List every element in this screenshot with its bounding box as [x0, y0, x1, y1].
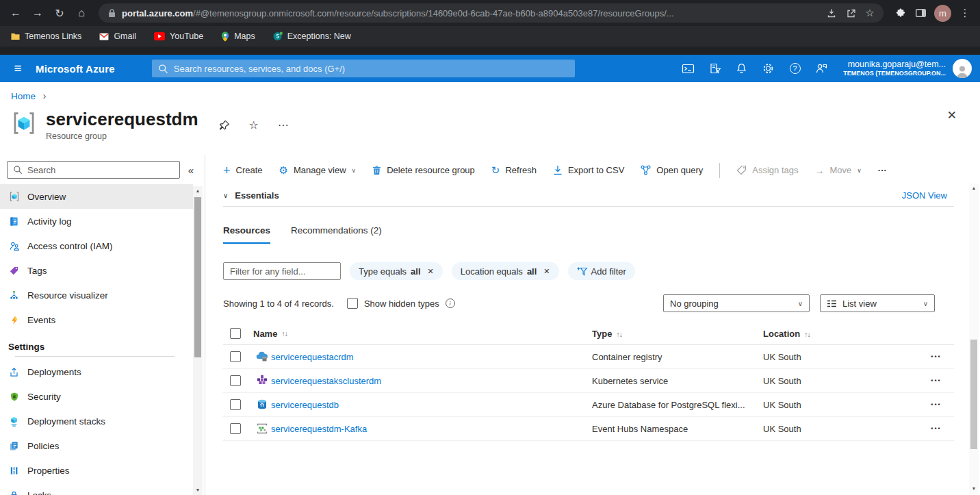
scroll-up-icon[interactable]: ▲ [969, 183, 979, 193]
azure-search-input[interactable] [174, 64, 569, 74]
settings-gear-icon[interactable] [755, 55, 782, 82]
extensions-icon[interactable] [890, 3, 910, 23]
sidebar-item-security[interactable]: Security [0, 384, 193, 409]
tab-recommendations[interactable]: Recommendations (2) [291, 225, 382, 244]
manage-view-button[interactable]: ⚙Manage view∨ [279, 165, 357, 175]
sidebar-search-box[interactable] [7, 161, 180, 179]
resource-link[interactable]: servicerequestdm-Kafka [271, 424, 592, 434]
side-panel-icon[interactable] [911, 3, 930, 23]
forward-icon[interactable]: → [27, 3, 48, 23]
sidebar-item-access-control[interactable]: Access control (IAM) [0, 233, 193, 258]
bookmark-gmail[interactable]: Gmail [99, 31, 136, 41]
bookmark-star-icon[interactable]: ☆ [860, 3, 879, 23]
add-filter-button[interactable]: Add filter [568, 262, 635, 280]
column-header-type[interactable]: Type↑↓ [592, 329, 763, 339]
resource-link[interactable]: servicerequestaksclusterdm [271, 376, 592, 386]
bookmark-maps[interactable]: Maps [221, 31, 255, 42]
notifications-bell-icon[interactable] [728, 55, 755, 82]
bookmark-temenos-links[interactable]: Temenos Links [11, 31, 81, 41]
share-icon[interactable] [841, 3, 860, 23]
move-button[interactable]: →Move∨ [814, 165, 861, 175]
sidebar-scrollbar[interactable]: ▲ ▼ [193, 186, 203, 495]
open-query-button[interactable]: Open query [641, 165, 703, 175]
account-menu[interactable]: mounika.goparaju@tem... TEMENOS (TEMENOS… [843, 60, 946, 78]
select-all-checkbox[interactable] [230, 328, 241, 339]
sidebar-item-properties[interactable]: Properties [0, 458, 193, 483]
sidebar-search-input[interactable] [27, 165, 174, 175]
tab-resources[interactable]: Resources [223, 225, 270, 244]
assign-tags-button[interactable]: Assign tags [736, 165, 798, 175]
resource-link[interactable]: servicerequestdb [271, 400, 592, 410]
breadcrumb-home-link[interactable]: Home [11, 91, 36, 101]
sidebar-item-locks[interactable]: Locks [0, 483, 193, 495]
title-more-icon[interactable]: ··· [278, 119, 289, 131]
bookmark-youtube[interactable]: YouTube [154, 31, 203, 41]
view-dropdown[interactable]: List view∨ [820, 294, 935, 312]
sidebar-item-activity-log[interactable]: Activity log [0, 209, 193, 233]
azure-brand[interactable]: Microsoft Azure [36, 63, 115, 75]
close-blade-icon[interactable]: ✕ [947, 108, 957, 123]
type-filter-pill[interactable]: Type equalsall✕ [350, 262, 443, 280]
delete-resource-group-button[interactable]: Delete resource group [372, 165, 475, 175]
resource-link[interactable]: servicerequestacrdm [271, 352, 592, 362]
sidebar-item-events[interactable]: Events [0, 307, 193, 332]
sidebar-item-overview[interactable]: Overview [0, 184, 193, 209]
sidebar-item-deployments[interactable]: Deployments [0, 359, 193, 384]
back-icon[interactable]: ← [5, 3, 26, 23]
browser-profile-avatar[interactable]: m [934, 5, 951, 22]
reload-icon[interactable]: ↻ [49, 3, 70, 23]
row-checkbox[interactable] [230, 399, 241, 410]
chevron-down-icon[interactable]: ∨ [223, 192, 228, 199]
hamburger-menu-icon[interactable]: ≡ [0, 61, 36, 76]
refresh-button[interactable]: ↻Refresh [491, 165, 537, 175]
help-icon[interactable]: ? [782, 55, 808, 82]
create-button[interactable]: +Create [223, 164, 263, 177]
json-view-link[interactable]: JSON View [902, 190, 947, 201]
row-actions-icon[interactable]: ••• [917, 353, 955, 360]
page-header: servicerequestdm Resource group ☆ ··· ✕ [0, 101, 980, 141]
sidebar-scrollbar-thumb[interactable] [194, 197, 201, 357]
sidebar-item-deployment-stacks[interactable]: Deployment stacks [0, 409, 193, 433]
column-header-location[interactable]: Location↑↓ [763, 329, 917, 339]
filter-field-input[interactable] [223, 262, 341, 280]
remove-filter-icon[interactable]: ✕ [543, 267, 550, 276]
row-checkbox[interactable] [230, 375, 241, 386]
cloud-shell-icon[interactable] [675, 55, 701, 82]
scroll-down-icon[interactable]: ▼ [193, 485, 203, 495]
row-checkbox[interactable] [230, 423, 241, 434]
column-header-name[interactable]: Name↑↓ [253, 329, 592, 339]
azure-search-box[interactable] [152, 60, 575, 77]
pin-icon[interactable] [219, 120, 230, 131]
show-hidden-checkbox[interactable] [347, 298, 358, 309]
browser-menu-icon[interactable]: ⋮ [955, 3, 975, 23]
sidebar-item-label: Security [27, 392, 61, 402]
browser-home-icon[interactable]: ⌂ [71, 3, 92, 23]
export-csv-button[interactable]: Export to CSV [553, 165, 624, 175]
table-row: servicerequestacrdm Container registry U… [223, 345, 954, 369]
sidebar-item-tags[interactable]: Tags [0, 258, 193, 283]
remove-filter-icon[interactable]: ✕ [428, 267, 434, 276]
essentials-label[interactable]: Essentials [235, 190, 279, 201]
main-scrollbar-thumb[interactable] [970, 340, 977, 449]
save-page-icon[interactable] [822, 3, 841, 23]
row-actions-icon[interactable]: ••• [917, 425, 955, 432]
sidebar-item-policies[interactable]: Policies [0, 433, 193, 458]
sidebar-item-resource-visualizer[interactable]: Resource visualizer [0, 283, 193, 307]
scroll-up-icon[interactable]: ▲ [193, 186, 203, 196]
row-actions-icon[interactable]: ••• [917, 401, 955, 408]
toolbar-more-icon[interactable]: ··· [878, 165, 887, 175]
favorite-star-icon[interactable]: ☆ [249, 118, 259, 131]
bookmark-exceptions[interactable]: Exceptions: New [273, 31, 351, 41]
feedback-icon[interactable] [808, 55, 835, 82]
grouping-dropdown[interactable]: No grouping∨ [663, 294, 810, 312]
account-avatar[interactable] [953, 59, 972, 78]
url-bar[interactable]: portal.azure.com/#@temenosgroup.onmicros… [99, 3, 884, 23]
main-scrollbar[interactable]: ▲ ▼ [969, 183, 979, 494]
location-filter-pill[interactable]: Location equalsall✕ [452, 262, 559, 280]
row-checkbox[interactable] [230, 351, 241, 362]
directory-filter-icon[interactable] [701, 55, 728, 82]
row-actions-icon[interactable]: ••• [917, 377, 955, 384]
sidebar-collapse-icon[interactable]: « [185, 164, 199, 176]
scroll-down-icon[interactable]: ▼ [969, 484, 979, 494]
info-icon[interactable]: i [446, 299, 455, 308]
